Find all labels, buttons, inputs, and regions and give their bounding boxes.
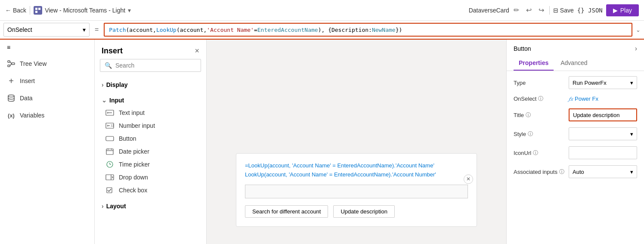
sidebar-item-insert[interactable]: + Insert	[0, 72, 94, 90]
dropdown-icon	[105, 174, 115, 181]
svg-text:12: 12	[111, 124, 114, 127]
insert-item-timepicker[interactable]: Time picker	[100, 158, 201, 171]
sidebar-item-treeview[interactable]: Tree View	[0, 55, 94, 72]
card-input-box[interactable]	[245, 185, 468, 198]
formula-input[interactable]: Patch(account, LookUp(account, 'Account …	[104, 23, 632, 37]
update-description-button[interactable]: Update description	[333, 205, 394, 218]
style-info-icon[interactable]: ⓘ	[528, 130, 533, 138]
svg-rect-16	[106, 136, 114, 141]
style-select[interactable]: ▾	[569, 127, 637, 140]
layout-chevron-icon: ›	[102, 203, 104, 210]
search-different-account-button[interactable]: Search for different account	[245, 205, 328, 218]
insert-item-datepicker[interactable]: Date picker	[100, 145, 201, 158]
formula-paren2: (account,	[176, 27, 207, 33]
style-select-chevron-icon: ▾	[630, 131, 633, 137]
title-info-icon[interactable]: ⓘ	[526, 111, 531, 119]
numberinput-label: Number input	[119, 122, 155, 129]
topbar-divider	[30, 6, 30, 15]
topbar-left: ← Back View - Microsoft Teams - Light ▾	[5, 6, 464, 15]
prop-row-type: Type Run PowerFx ▾	[514, 76, 637, 89]
formula-paren1: (account,	[126, 27, 156, 33]
json-button[interactable]: {} JSON	[577, 7, 603, 14]
property-select[interactable]: OnSelect ▾	[3, 23, 90, 37]
tab-advanced[interactable]: Advanced	[555, 56, 592, 71]
title-input[interactable]: Update description	[569, 108, 637, 121]
card-preview: =LookUp(account, 'Account Name' = Entere…	[236, 153, 477, 227]
panel-body: Type Run PowerFx ▾ OnSelect ⓘ 𝑓𝑥	[507, 71, 644, 244]
formula-expand-button[interactable]: ⌄	[636, 27, 641, 33]
insert-item-checkbox[interactable]: Check box	[100, 184, 201, 197]
app-name: View - Microsoft Teams - Light ▾	[34, 6, 131, 15]
search-input[interactable]	[115, 62, 196, 69]
associated-inputs-info-icon[interactable]: ⓘ	[559, 168, 564, 176]
search-icon: 🔍	[105, 62, 112, 69]
edit-icon[interactable]: ✏	[512, 4, 521, 16]
display-chevron-icon: ›	[102, 81, 104, 88]
insert-item-numberinput[interactable]: 12 Number input	[100, 119, 201, 132]
dataverse-card-name: DataverseCard ✏	[469, 4, 521, 16]
onselect-value-text: Power Fx	[575, 96, 598, 102]
tab-properties[interactable]: Properties	[514, 56, 554, 71]
associated-inputs-chevron-icon: ▾	[630, 169, 633, 175]
insert-panel-header: Insert ×	[95, 40, 206, 59]
close-circle-button[interactable]: ✕	[464, 174, 473, 184]
onselect-info-icon[interactable]: ⓘ	[538, 95, 543, 102]
datepicker-icon	[105, 148, 115, 155]
prop-value-onselect: 𝑓𝑥 Power Fx	[569, 96, 637, 102]
iconurl-info-icon[interactable]: ⓘ	[533, 149, 538, 157]
style-label-text: Style	[514, 131, 526, 137]
type-select[interactable]: Run PowerFx ▾	[569, 76, 637, 89]
canvas-area: =LookUp(account, 'Account Name' = Entere…	[207, 40, 506, 244]
sidebar-item-data[interactable]: Data	[0, 90, 94, 107]
property-select-value: OnSelect	[7, 26, 32, 33]
formula-bar: OnSelect ▾ = Patch(account, LookUp(accou…	[0, 21, 644, 40]
back-button[interactable]: ← Back	[5, 7, 26, 14]
insert-section-display: › Display	[95, 77, 206, 93]
variables-icon: (x)	[7, 111, 15, 120]
save-label: Save	[560, 7, 574, 14]
redo-button[interactable]: ↪	[537, 4, 546, 16]
undo-button[interactable]: ↩	[524, 4, 533, 16]
app-name-chevron-icon[interactable]: ▾	[128, 7, 131, 14]
associated-inputs-select[interactable]: Auto ▾	[569, 165, 637, 178]
checkbox-icon	[105, 187, 115, 194]
save-button[interactable]: ⊟ Save	[553, 7, 574, 14]
prop-row-onselect: OnSelect ⓘ 𝑓𝑥 Power Fx	[514, 95, 637, 102]
prop-value-title: Update description	[569, 108, 637, 121]
type-select-chevron-icon: ▾	[630, 80, 633, 86]
button-icon	[105, 135, 115, 142]
svg-rect-3	[8, 61, 10, 62]
insert-search-box[interactable]: 🔍	[100, 59, 201, 72]
back-label: Back	[13, 7, 26, 14]
layout-section-header[interactable]: › Layout	[100, 200, 201, 212]
insert-item-textinput[interactable]: Text input	[100, 106, 201, 119]
prop-row-iconurl: IconUrl ⓘ	[514, 146, 637, 159]
display-section-header[interactable]: › Display	[100, 79, 201, 91]
input-chevron-icon: ⌄	[102, 97, 107, 104]
fx-icon: 𝑓𝑥	[569, 96, 573, 102]
iconurl-input[interactable]	[569, 146, 637, 159]
card-buttons: Search for different account Update desc…	[245, 205, 468, 218]
card-input-row	[245, 185, 468, 198]
play-button[interactable]: ▶ Play	[606, 4, 639, 16]
svg-rect-2	[35, 11, 37, 13]
insert-item-button[interactable]: Button	[100, 132, 201, 145]
timepicker-label: Time picker	[119, 161, 150, 168]
insert-close-button[interactable]: ×	[195, 46, 199, 56]
formula-close1: ), {	[318, 27, 331, 33]
input-section-header[interactable]: ⌄ Input	[100, 94, 201, 106]
treeview-icon	[7, 59, 15, 68]
insert-item-dropdown[interactable]: Drop down	[100, 171, 201, 184]
sidebar-item-variables[interactable]: (x) Variables	[0, 107, 94, 124]
app-icon	[34, 6, 42, 15]
property-select-chevron-icon: ▾	[83, 26, 86, 33]
formula-var-entered: EnteredAccountName	[257, 27, 318, 33]
play-label: Play	[620, 7, 632, 14]
insert-panel: Insert × 🔍 › Display ⌄ Input Text	[95, 40, 207, 244]
svg-line-6	[10, 62, 12, 64]
right-panel-title: Button	[514, 45, 531, 52]
card-line1: =LookUp(account, 'Account Name' = Entere…	[245, 162, 468, 169]
hamburger-menu[interactable]: ≡	[0, 40, 94, 55]
play-icon: ▶	[613, 7, 618, 14]
right-panel-expand-button[interactable]: ›	[635, 45, 637, 53]
